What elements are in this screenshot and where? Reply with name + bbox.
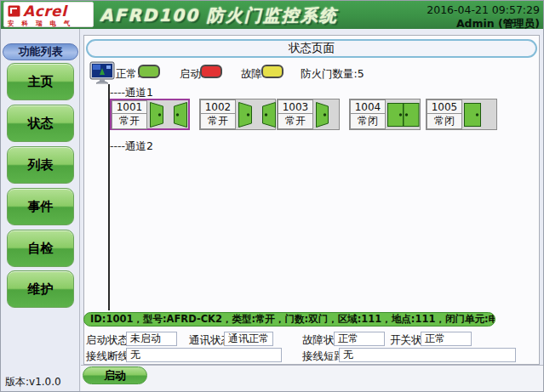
door-id: 1001 — [112, 100, 147, 114]
door-closed-double-icon — [386, 99, 421, 129]
door-state: 常开 — [200, 114, 236, 129]
tree-channel-2[interactable]: 通道2 — [110, 139, 153, 154]
sidebar-header: 功能列表 — [3, 43, 78, 60]
legend-normal-label: 正常: — [116, 67, 140, 82]
version-label: 版本:v1.0.0 — [5, 375, 61, 389]
start-status-value: 未启动 — [126, 332, 177, 346]
legend-fault-chip — [261, 65, 283, 78]
acrel-logo: Acrel 安 科 瑞 电 气 — [3, 2, 94, 27]
door-id: 1003 — [278, 99, 313, 114]
door-card-1004[interactable]: 1004 常闭 — [349, 99, 421, 130]
door-id: 1002 — [200, 99, 236, 114]
wire-break-value: 无 — [126, 348, 282, 362]
sidebar-item-events[interactable]: 事件 — [7, 188, 74, 225]
page-title: 状态页面 — [86, 39, 537, 58]
door-id: 1005 — [427, 99, 462, 114]
monitor-icon[interactable] — [89, 61, 115, 85]
door-card-1003[interactable]: 1003 常开 — [277, 99, 340, 130]
logged-in-user: Admin (管理员) — [427, 17, 540, 31]
door-state: 常闭 — [350, 114, 386, 129]
door-id: 1004 — [350, 99, 386, 114]
comm-status-value: 通讯正常 — [224, 332, 273, 346]
wire-short-value: 无 — [339, 348, 516, 362]
brand-text: Acrel — [23, 4, 66, 19]
door-open-single-icon — [313, 99, 341, 129]
datetime-label: 2016-04-21 09:57:29 — [427, 3, 540, 16]
door-state: 常开 — [112, 114, 147, 129]
acrel-logo-icon — [8, 5, 20, 17]
door-closed-single-icon — [462, 99, 498, 129]
start-button[interactable]: 启动 — [83, 366, 147, 384]
door-state: 常开 — [278, 114, 313, 129]
function-sidebar: 功能列表 主页 状态 列表 事件 自检 维护 版本:v1.0.0 — [1, 29, 80, 392]
door-count-label: 防火门数量:5 — [301, 67, 364, 82]
app-title: AFRD100 防火门监控系统 — [100, 4, 338, 27]
bottom-strip — [81, 365, 544, 392]
door-open-double-icon — [147, 100, 190, 128]
door-open-double-icon — [236, 99, 278, 129]
sidebar-item-maintenance[interactable]: 维护 — [7, 270, 74, 308]
door-card-1001[interactable]: 1001 常开 — [110, 99, 190, 130]
legend-start-chip — [200, 65, 222, 78]
header-bar: Acrel 安 科 瑞 电 气 AFRD100 防火门监控系统 2016-04-… — [1, 1, 544, 29]
door-card-1002[interactable]: 1002 常开 — [199, 99, 276, 130]
sidebar-item-list[interactable]: 列表 — [7, 146, 74, 184]
door-card-1005[interactable]: 1005 常闭 — [426, 99, 497, 130]
fault-status-value: 正常 — [334, 332, 385, 346]
door-summary-bar: ID:1001，型号:AFRD-CK2，类型:常开，门数:双门，区域:111，地… — [83, 312, 495, 327]
afrd100-window: Acrel 安 科 瑞 电 气 AFRD100 防火门监控系统 2016-04-… — [0, 0, 544, 392]
legend-normal-chip — [138, 65, 160, 78]
door-state: 常闭 — [427, 114, 462, 129]
sidebar-item-selfcheck[interactable]: 自检 — [7, 230, 74, 267]
sidebar-item-status[interactable]: 状态 — [7, 105, 74, 142]
sidebar-item-home[interactable]: 主页 — [7, 63, 74, 100]
switch-status-value: 正常 — [421, 332, 472, 346]
brand-subtitle: 安 科 瑞 电 气 — [8, 20, 89, 28]
